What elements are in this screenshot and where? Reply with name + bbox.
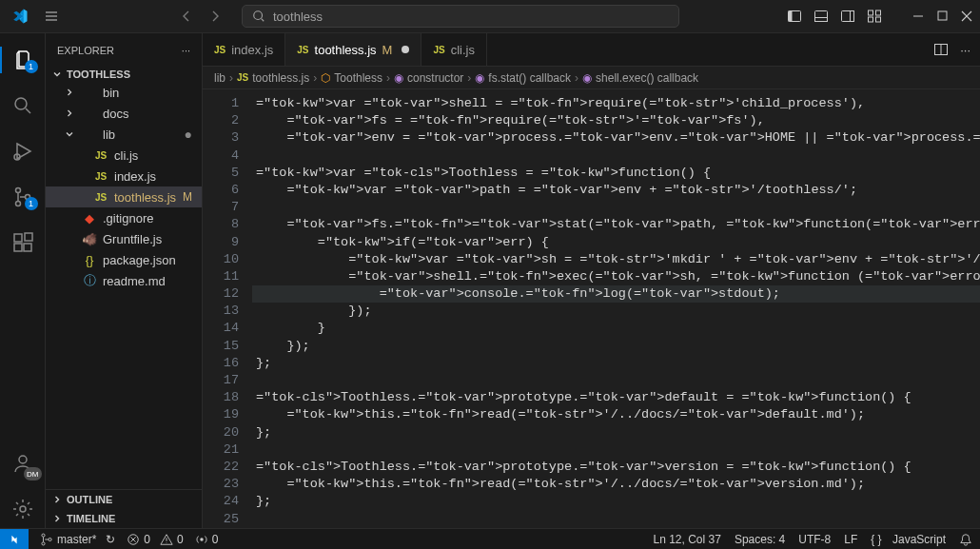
command-center-search[interactable]: toothless (242, 5, 679, 28)
file-item[interactable]: ⓘreadme.md (46, 270, 202, 291)
line-number[interactable]: 18 (203, 389, 239, 406)
code-line[interactable]: }); (252, 303, 980, 320)
split-editor-icon[interactable] (933, 42, 949, 57)
timeline-section[interactable]: TIMELINE (46, 509, 202, 528)
line-number[interactable]: 20 (203, 424, 239, 441)
cursor-position[interactable]: Ln 12, Col 37 (653, 533, 720, 546)
breadcrumb-item[interactable]: lib (214, 71, 225, 85)
code-line[interactable]: ="tok-var">fs = ="tok-fn">require(="tok-… (252, 112, 980, 129)
source-control-view-button[interactable]: 1 (0, 178, 46, 216)
folder-item[interactable]: docs (46, 103, 202, 124)
file-item[interactable]: 🐗Gruntfile.js (46, 228, 202, 249)
code-line[interactable]: }; (252, 355, 980, 372)
line-number[interactable]: 13 (203, 303, 239, 320)
run-debug-view-button[interactable] (0, 132, 46, 170)
folder-item[interactable]: bin (46, 82, 202, 103)
minimize-button[interactable] (912, 10, 924, 22)
code-line[interactable] (252, 372, 980, 389)
code-line[interactable]: ="tok-kw">if(="tok-var">err) { (252, 234, 980, 251)
file-item[interactable]: ◆.gitignore (46, 207, 202, 228)
line-number[interactable]: 15 (203, 338, 239, 355)
code-line[interactable]: ="tok-kw">var ="tok-var">path = ="tok-va… (252, 182, 980, 199)
breadcrumb-item[interactable]: JStoothless.js (237, 71, 309, 85)
line-number[interactable]: 19 (203, 406, 239, 423)
code-line[interactable]: ="tok-kw">var ="tok-cls">Toothless = ="t… (252, 165, 980, 182)
toggle-panel-left-icon[interactable] (787, 9, 802, 24)
code-line[interactable]: ="tok-kw">var ="tok-var">sh = ="tok-str"… (252, 251, 980, 268)
nav-back-button[interactable] (175, 5, 198, 28)
line-number[interactable]: 2 (203, 112, 239, 129)
code-line[interactable] (252, 441, 980, 459)
file-item[interactable]: JScli.js (46, 145, 202, 166)
notifications-button[interactable] (959, 533, 972, 546)
line-number[interactable]: 12 (203, 285, 239, 303)
line-number[interactable]: 11 (203, 268, 239, 285)
code-line[interactable]: ="tok-var">console.="tok-fn">log(="tok-v… (252, 285, 980, 303)
code-line[interactable]: }; (252, 424, 980, 441)
line-number[interactable]: 9 (203, 234, 239, 251)
code-line[interactable]: ="tok-kw">var ="tok-var">shell = ="tok-f… (252, 95, 980, 112)
breadcrumbs[interactable]: lib›JStoothless.js›⬡Toothless›◉construct… (203, 67, 980, 89)
line-number[interactable]: 24 (203, 493, 239, 510)
editor-tab[interactable]: JStoothless.js M (285, 33, 421, 66)
code-line[interactable]: ="tok-cls">Toothless.="tok-var">prototyp… (252, 459, 980, 476)
line-number[interactable]: 6 (203, 182, 239, 199)
breadcrumb-item[interactable]: ◉shell.exec() callback (582, 71, 698, 85)
code-line[interactable] (252, 199, 980, 216)
line-number[interactable]: 16 (203, 355, 239, 372)
line-number[interactable]: 10 (203, 251, 239, 268)
explorer-view-button[interactable]: 1 (0, 41, 46, 79)
line-number[interactable]: 21 (203, 441, 239, 459)
encoding-status[interactable]: UTF-8 (798, 533, 831, 546)
file-item[interactable]: JStoothless.jsM (46, 186, 202, 207)
folder-item[interactable]: lib● (46, 124, 202, 145)
line-number[interactable]: 5 (203, 165, 239, 182)
git-branch-status[interactable]: master* ↻ (40, 533, 115, 546)
line-number[interactable]: 14 (203, 320, 239, 337)
workspace-root[interactable]: TOOTHLESS (46, 67, 202, 82)
code-line[interactable]: } (252, 320, 980, 337)
ports-status[interactable]: 0 (195, 533, 219, 546)
indentation-status[interactable]: Spaces: 4 (735, 533, 785, 546)
customize-layout-icon[interactable] (867, 9, 882, 24)
code-line[interactable]: ="tok-var">env = ="tok-var">process.="to… (252, 129, 980, 147)
line-number[interactable]: 7 (203, 199, 239, 216)
maximize-button[interactable] (937, 10, 948, 22)
editor-tab[interactable]: JScli.js (421, 33, 487, 66)
breadcrumb-item[interactable]: ⬡Toothless (321, 71, 382, 85)
line-number[interactable]: 8 (203, 216, 239, 233)
line-number[interactable]: 25 (203, 511, 239, 528)
breadcrumb-item[interactable]: ◉constructor (394, 71, 463, 85)
extensions-view-button[interactable] (0, 224, 46, 262)
settings-gear-button[interactable] (0, 490, 46, 528)
code-line[interactable]: ="tok-var">fs.="tok-fn">="tok-var">stat(… (252, 216, 980, 233)
code-content[interactable]: ="tok-kw">var ="tok-var">shell = ="tok-f… (252, 89, 980, 528)
close-button[interactable] (961, 10, 972, 22)
eol-status[interactable]: LF (844, 533, 857, 546)
code-line[interactable]: }); (252, 338, 980, 355)
more-actions-icon[interactable]: ··· (960, 43, 970, 57)
line-number[interactable]: 3 (203, 129, 239, 147)
file-item[interactable]: JSindex.js (46, 166, 202, 186)
code-line[interactable]: ="tok-var">shell.="tok-fn">exec(="tok-va… (252, 268, 980, 285)
file-item[interactable]: {}package.json (46, 249, 202, 270)
code-line[interactable]: }; (252, 493, 980, 510)
accounts-button[interactable]: DM (0, 444, 46, 482)
line-number[interactable]: 1 (203, 95, 239, 112)
toggle-panel-bottom-icon[interactable] (813, 9, 829, 24)
app-menu-button[interactable] (38, 5, 65, 28)
code-line[interactable]: ="tok-cls">Toothless.="tok-var">prototyp… (252, 389, 980, 406)
code-line[interactable] (252, 147, 980, 165)
breadcrumb-item[interactable]: ◉fs.stat() callback (475, 71, 571, 85)
editor-tab[interactable]: JSindex.js (203, 33, 285, 66)
code-line[interactable]: ="tok-kw">this.="tok-fn">read(="tok-str"… (252, 406, 980, 423)
search-view-button[interactable] (0, 87, 46, 125)
line-number[interactable]: 22 (203, 459, 239, 476)
line-number[interactable]: 4 (203, 147, 239, 165)
line-number[interactable]: 17 (203, 372, 239, 389)
problems-status[interactable]: 0 0 (127, 533, 183, 546)
line-number[interactable]: 23 (203, 476, 239, 493)
code-line[interactable]: ="tok-kw">this.="tok-fn">read(="tok-str"… (252, 476, 980, 493)
sidebar-more-icon[interactable]: ··· (182, 45, 190, 56)
code-editor[interactable]: 1234567891011121314151617181920212223242… (203, 89, 980, 528)
